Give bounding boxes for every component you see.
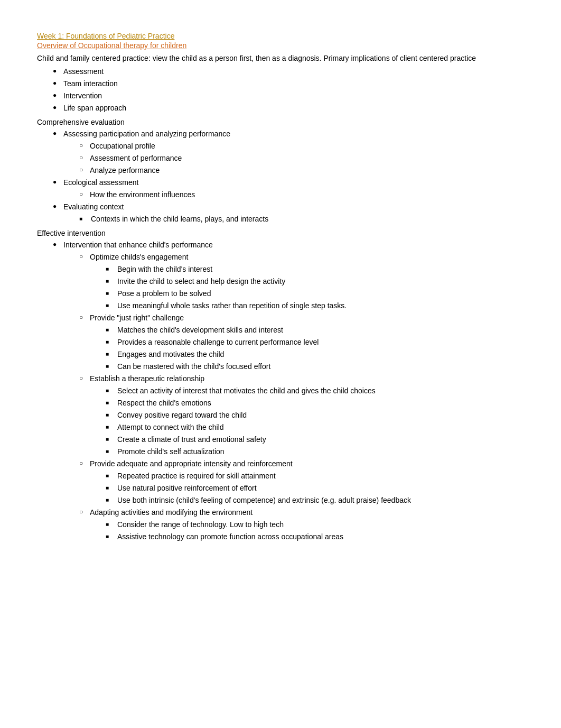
list-item: Intervention <box>53 90 524 102</box>
effective-list: Intervention that enhance child's perfor… <box>53 239 524 542</box>
list-item: Invite the child to select and help desi… <box>106 276 524 287</box>
list-item: Occupational profile <box>79 141 524 152</box>
effective-section: Effective intervention Intervention that… <box>37 229 524 542</box>
list-item: Can be mastered with the child's focused… <box>106 361 524 372</box>
list-item: Select an activity of interest that moti… <box>106 385 524 397</box>
comprehensive-section: Comprehensive evaluation Assessing parti… <box>37 118 524 225</box>
list-item: Team interaction <box>53 78 524 89</box>
list-item: Engages and motivates the child <box>106 349 524 360</box>
page-title-block: Week 1: Foundations of Pediatric Practic… <box>37 32 524 114</box>
list-item: Promote child's self actualization <box>106 446 524 457</box>
list-item: Contexts in which the child learns, play… <box>79 214 524 225</box>
list-item: Use meaningful whole tasks rather than r… <box>106 300 524 311</box>
list-item: Assistive technology can promote functio… <box>106 531 524 542</box>
list-item: Provide "just right" challengeMatches th… <box>79 312 524 372</box>
list-item: Analyze performance <box>79 165 524 176</box>
list-item: Intervention that enhance child's perfor… <box>53 239 524 542</box>
list-item: Attempt to connect with the child <box>106 422 524 433</box>
comprehensive-heading: Comprehensive evaluation <box>37 118 524 126</box>
page-title: Week 1: Foundations of Pediatric Practic… <box>37 32 524 40</box>
list-item: Consider the range of technology. Low to… <box>106 519 524 530</box>
list-item: Provides a reasonable challenge to curre… <box>106 337 524 348</box>
list-item: Evaluating contextContexts in which the … <box>53 201 524 225</box>
list-item: Respect the child's emotions <box>106 398 524 409</box>
list-item: Repeated practice is required for skill … <box>106 471 524 482</box>
effective-heading: Effective intervention <box>37 229 524 237</box>
list-item: Matches the child's development skills a… <box>106 325 524 336</box>
list-item: Convey positive regard toward the child <box>106 410 524 421</box>
intro-paragraph: Child and family centered practice: view… <box>37 53 524 64</box>
list-item: Ecological assessmentHow the environment… <box>53 177 524 200</box>
page-container: Week 1: Foundations of Pediatric Practic… <box>37 32 524 542</box>
list-item: Provide adequate and appropriate intensi… <box>79 458 524 506</box>
list-item: Begin with the child's interest <box>106 264 524 275</box>
list-item: How the environment influences <box>79 189 524 200</box>
list-item: Assessment of performance <box>79 153 524 164</box>
list-item: Assessment <box>53 66 524 77</box>
section-subtitle: Overview of Occupational therapy for chi… <box>37 41 524 50</box>
list-item: Use both intrinsic (child's feeling of c… <box>106 495 524 506</box>
list-item: Assessing participation and analyzing pe… <box>53 128 524 176</box>
list-item: Adapting activities and modifying the en… <box>79 507 524 542</box>
list-item: Use natural positive reinforcement of ef… <box>106 483 524 494</box>
comprehensive-list: Assessing participation and analyzing pe… <box>53 128 524 225</box>
list-item: Pose a problem to be solved <box>106 288 524 299</box>
primary-list: AssessmentTeam interactionInterventionLi… <box>53 66 524 114</box>
list-item: Create a climate of trust and emotional … <box>106 434 524 445</box>
list-item: Life span approach <box>53 103 524 114</box>
list-item: Establish a therapeutic relationshipSele… <box>79 373 524 457</box>
list-item: Optimize childs's engagementBegin with t… <box>79 252 524 311</box>
